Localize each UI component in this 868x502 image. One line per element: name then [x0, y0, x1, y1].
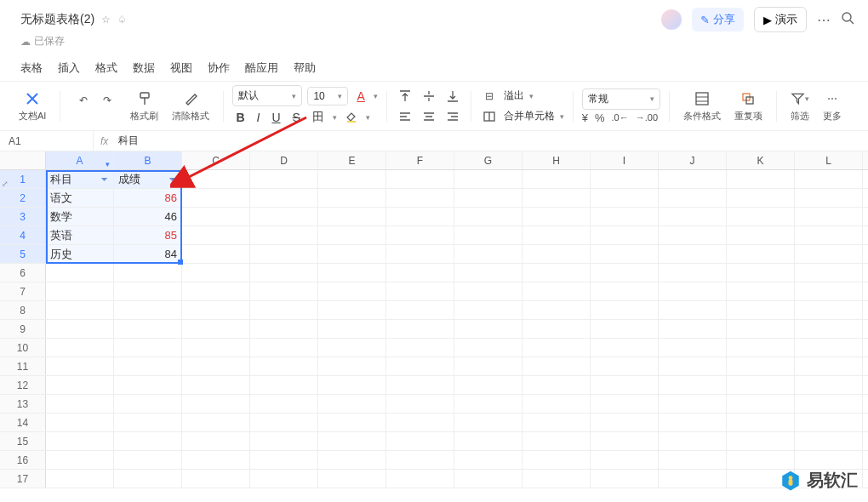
- bell-icon[interactable]: ♤: [117, 14, 127, 26]
- cell[interactable]: [46, 395, 114, 413]
- cell[interactable]: [182, 320, 250, 338]
- col-header-h[interactable]: H: [523, 151, 591, 169]
- cell[interactable]: [591, 414, 659, 431]
- col-header-f[interactable]: F: [386, 151, 454, 169]
- cell[interactable]: [659, 170, 727, 188]
- cell[interactable]: [591, 470, 659, 488]
- fill-color-button[interactable]: [342, 109, 361, 127]
- cell[interactable]: [250, 470, 318, 488]
- cell[interactable]: [46, 376, 114, 394]
- cell[interactable]: [454, 282, 523, 300]
- cell[interactable]: [182, 264, 250, 282]
- cell-a1[interactable]: 科目⏷: [46, 170, 114, 188]
- row-header-7[interactable]: 7: [0, 282, 46, 300]
- currency-button[interactable]: ¥: [582, 111, 588, 124]
- cell[interactable]: [182, 189, 250, 207]
- cell[interactable]: [659, 339, 727, 357]
- cell[interactable]: [46, 282, 114, 300]
- cell[interactable]: [727, 226, 795, 244]
- cell[interactable]: [114, 376, 182, 394]
- cell[interactable]: [727, 395, 795, 413]
- cell[interactable]: [727, 376, 795, 394]
- cell[interactable]: [46, 432, 114, 450]
- row-header-8[interactable]: 8: [0, 301, 46, 319]
- col-header-k[interactable]: K: [727, 151, 795, 169]
- cell[interactable]: [250, 208, 318, 225]
- cell[interactable]: [182, 339, 250, 357]
- cell[interactable]: [386, 339, 454, 357]
- row-header-6[interactable]: 6: [0, 264, 46, 282]
- cell[interactable]: [182, 432, 250, 450]
- cell[interactable]: [795, 339, 863, 357]
- cell[interactable]: [182, 470, 250, 488]
- cell[interactable]: [114, 320, 182, 338]
- cell[interactable]: [795, 432, 863, 450]
- format-painter-icon[interactable]: [135, 89, 154, 108]
- cell[interactable]: [386, 301, 454, 319]
- align-top-icon[interactable]: [396, 87, 414, 106]
- cell[interactable]: [659, 282, 727, 300]
- cell[interactable]: [318, 376, 386, 394]
- cell[interactable]: [523, 470, 591, 488]
- underline-button[interactable]: U: [268, 109, 283, 126]
- row-header-16[interactable]: 16: [0, 451, 46, 469]
- cell[interactable]: [727, 208, 795, 225]
- cell[interactable]: [318, 432, 386, 450]
- cell[interactable]: [250, 339, 318, 357]
- cell[interactable]: [591, 170, 659, 188]
- cell[interactable]: [250, 264, 318, 282]
- cell[interactable]: [795, 208, 863, 225]
- cell[interactable]: [182, 170, 250, 188]
- cell[interactable]: [795, 189, 863, 207]
- cell[interactable]: [523, 414, 591, 431]
- cell[interactable]: [523, 451, 591, 469]
- col-header-c[interactable]: C: [182, 151, 250, 169]
- cell[interactable]: [454, 451, 523, 469]
- cell[interactable]: [250, 189, 318, 207]
- cell-a3[interactable]: 数学: [46, 208, 114, 225]
- cell[interactable]: [454, 320, 523, 338]
- cell[interactable]: [114, 395, 182, 413]
- menu-view[interactable]: 视图: [170, 60, 192, 76]
- cell[interactable]: [182, 357, 250, 375]
- cell[interactable]: [795, 301, 863, 319]
- more-toolbar-icon[interactable]: ⋯: [823, 89, 842, 108]
- cell[interactable]: [454, 395, 523, 413]
- cell[interactable]: [250, 376, 318, 394]
- cell[interactable]: [659, 208, 727, 225]
- cell[interactable]: [318, 414, 386, 431]
- cell[interactable]: [591, 264, 659, 282]
- cell-b4[interactable]: 85: [114, 226, 182, 244]
- demo-button[interactable]: ▶ 演示: [754, 7, 807, 32]
- cell[interactable]: [523, 245, 591, 263]
- cell[interactable]: [523, 432, 591, 450]
- cell[interactable]: [318, 189, 386, 207]
- row-header-5[interactable]: 5: [0, 245, 46, 263]
- cell[interactable]: [795, 414, 863, 431]
- increase-decimal-button[interactable]: →.00: [636, 112, 658, 123]
- cell[interactable]: [318, 226, 386, 244]
- col-header-b[interactable]: B: [114, 151, 182, 169]
- cell[interactable]: [659, 432, 727, 450]
- cell[interactable]: [318, 245, 386, 263]
- repeat-icon[interactable]: [739, 89, 757, 108]
- col-header-i[interactable]: I: [591, 151, 659, 169]
- cell[interactable]: [659, 395, 727, 413]
- cell[interactable]: [795, 357, 863, 375]
- cell[interactable]: [591, 208, 659, 225]
- cell[interactable]: [386, 470, 454, 488]
- cell[interactable]: [523, 320, 591, 338]
- row-header-4[interactable]: 4: [0, 226, 46, 244]
- cell-a5[interactable]: 历史: [46, 245, 114, 263]
- cell[interactable]: [114, 339, 182, 357]
- merge-icon[interactable]: [480, 107, 499, 126]
- row-header-15[interactable]: 15: [0, 432, 46, 450]
- cell[interactable]: [386, 432, 454, 450]
- cell[interactable]: [46, 357, 114, 375]
- align-middle-icon[interactable]: [420, 87, 438, 106]
- cell[interactable]: [182, 245, 250, 263]
- cell[interactable]: [250, 451, 318, 469]
- col-header-d[interactable]: D: [250, 151, 318, 169]
- cell[interactable]: [795, 226, 863, 244]
- cell[interactable]: [114, 432, 182, 450]
